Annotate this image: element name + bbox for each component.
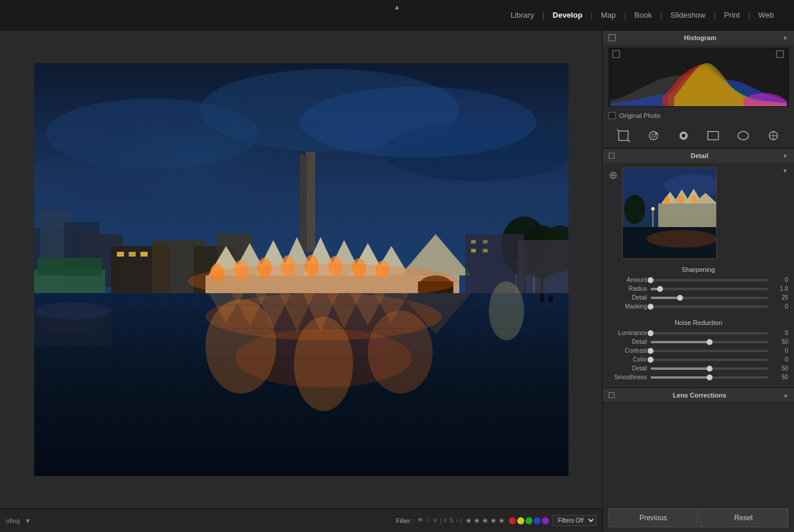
filters-off-select[interactable]: Filters Off — [553, 515, 596, 526]
svg-point-81 — [540, 293, 544, 303]
histogram-square-icon — [609, 34, 616, 41]
detail-slider[interactable] — [651, 297, 768, 299]
bottom-left: ofing ▼ — [6, 517, 396, 524]
smoothness-label: Smoothness — [609, 374, 647, 380]
detail-value: 25 — [772, 294, 788, 301]
histogram-title: Histogram — [684, 34, 716, 41]
svg-rect-55 — [483, 240, 488, 244]
spot-removal-tool[interactable] — [645, 127, 662, 144]
nav-print[interactable]: Print — [715, 7, 748, 23]
tool-icons-row — [603, 124, 794, 148]
lum-detail-label: Detail — [609, 339, 647, 345]
bottom-right: Filter : ⚑ ⚐ ✕ | ≡ ⇅ › | ★ ★ ★ ★ ★ — [396, 515, 596, 526]
main-area: ofing ▼ Filter : ⚑ ⚐ ✕ | ≡ ⇅ › | ★ ★ — [0, 31, 794, 532]
star-4[interactable]: ★ — [490, 516, 497, 525]
svg-rect-16 — [140, 252, 148, 257]
filter-icons: ⚑ ⚐ ✕ | ≡ ⇅ › | — [417, 517, 462, 524]
svg-rect-112 — [652, 209, 654, 227]
star-3[interactable]: ★ — [482, 516, 489, 525]
lum-detail-value: 50 — [772, 339, 788, 345]
histogram-collapse[interactable]: ▼ — [782, 35, 788, 41]
masking-slider[interactable] — [651, 306, 768, 308]
sharpening-masking-row: Masking 0 — [609, 303, 788, 310]
star-1[interactable]: ★ — [465, 516, 472, 525]
radial-filter-tool[interactable] — [735, 127, 751, 144]
color-detail-slider[interactable] — [651, 367, 768, 370]
proofing-chevron[interactable]: ▼ — [25, 517, 31, 524]
svg-point-90 — [652, 134, 655, 137]
preview-thumbnail — [622, 168, 717, 259]
nav-develop[interactable]: Develop — [544, 7, 591, 23]
previous-button[interactable]: Previous — [609, 508, 698, 527]
contrast-value: 0 — [772, 347, 788, 354]
detail-collapse[interactable]: ▼ — [782, 153, 788, 159]
svg-rect-86 — [619, 131, 628, 140]
histogram-canvas — [609, 48, 789, 107]
luminance-row: Luminance 0 — [609, 330, 788, 336]
crosshair-icon[interactable]: ⊕ — [609, 169, 617, 182]
redeye-tool[interactable] — [675, 127, 692, 144]
bottom-bar: ofing ▼ Filter : ⚑ ⚐ ✕ | ≡ ⇅ › | ★ ★ — [0, 508, 602, 532]
detail-square-icon — [609, 153, 615, 159]
filter-sort2-icon[interactable]: ⇅ — [449, 517, 454, 524]
filter-sep2: | — [460, 517, 462, 524]
nav-web[interactable]: Web — [750, 7, 783, 23]
nav-map[interactable]: Map — [593, 7, 624, 23]
svg-point-73 — [489, 281, 524, 340]
star-2[interactable]: ★ — [473, 516, 481, 525]
adjustment-brush-tool[interactable] — [765, 127, 782, 144]
original-photo-label: Original Photo — [619, 112, 661, 119]
filter-reject-icon[interactable]: ✕ — [433, 517, 438, 524]
radius-slider[interactable] — [651, 288, 768, 290]
radius-value: 1.0 — [772, 285, 788, 292]
lens-collapse[interactable]: ◄ — [782, 392, 788, 399]
svg-rect-56 — [471, 249, 476, 252]
expand-arrow[interactable]: ▲ — [394, 3, 401, 11]
filter-arrow-icon[interactable]: › — [456, 517, 458, 524]
color-row: Color 0 — [609, 356, 788, 363]
svg-point-109 — [691, 195, 697, 203]
detail-header[interactable]: Detail ▼ — [603, 149, 794, 163]
histogram-section: Histogram ▼ — [603, 31, 794, 149]
color-purple[interactable] — [542, 517, 549, 524]
histogram-header[interactable]: Histogram ▼ — [603, 31, 794, 45]
contrast-slider[interactable] — [651, 350, 768, 352]
color-slider[interactable] — [651, 359, 768, 361]
reset-button[interactable]: Reset — [699, 508, 788, 527]
nav-book[interactable]: Book — [626, 7, 661, 23]
svg-rect-53 — [518, 240, 568, 293]
detail-section: Detail ▼ ⊕ — [603, 149, 794, 388]
color-red[interactable] — [509, 517, 516, 524]
luminance-slider[interactable] — [651, 332, 768, 334]
photo-area: ofing ▼ Filter : ⚑ ⚐ ✕ | ≡ ⇅ › | ★ ★ — [0, 31, 602, 532]
contrast-row: Contrast 0 — [609, 347, 788, 354]
smoothness-slider[interactable] — [651, 376, 768, 379]
nav-library[interactable]: Library — [502, 7, 543, 23]
color-detail-value: 50 — [772, 365, 788, 372]
lum-detail-slider[interactable] — [651, 341, 768, 343]
original-photo-checkbox[interactable] — [609, 112, 616, 119]
color-labels — [509, 517, 549, 524]
photo-container[interactable] — [0, 31, 602, 508]
contrast-label: Contrast — [609, 347, 647, 354]
lens-header[interactable]: Lens Corrections ◄ — [603, 388, 794, 402]
graduated-filter-tool[interactable] — [705, 127, 721, 144]
detail-filter-icon[interactable]: ▼ — [782, 168, 788, 174]
crop-tool[interactable] — [615, 127, 632, 144]
luminance-label: Luminance — [609, 330, 647, 336]
svg-point-82 — [548, 295, 553, 303]
masking-value: 0 — [772, 303, 788, 310]
original-photo-row: Original Photo — [603, 110, 794, 124]
filter-flag-icon[interactable]: ⚑ — [417, 517, 423, 524]
color-yellow[interactable] — [517, 517, 524, 524]
noise-reduction-group: Noise Reduction Luminance 0 Detail — [603, 317, 794, 387]
nav-slideshow[interactable]: Slideshow — [662, 7, 714, 23]
star-5[interactable]: ★ — [498, 516, 505, 525]
color-blue[interactable] — [534, 517, 541, 524]
amount-slider[interactable] — [651, 279, 768, 281]
color-green[interactable] — [525, 517, 532, 524]
sharpening-amount-row: Amount 0 — [609, 277, 788, 283]
filter-sort-icon[interactable]: ≡ — [443, 517, 447, 524]
filter-unflag-icon[interactable]: ⚐ — [425, 517, 431, 524]
svg-point-93 — [682, 134, 685, 137]
